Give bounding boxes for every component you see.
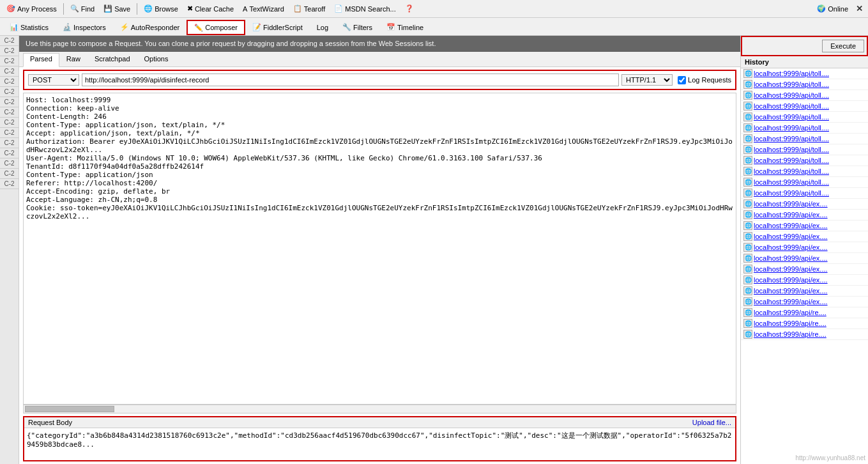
sub-tab-raw[interactable]: Raw	[59, 53, 88, 66]
sub-tab-scratchpad[interactable]: Scratchpad	[88, 53, 137, 66]
history-item[interactable]: 🌐localhost:9999/api/toll....	[741, 123, 868, 134]
request-body-section: Request Body Upload file... {"categoryId…	[23, 416, 736, 461]
history-list[interactable]: 🌐localhost:9999/api/toll....🌐localhost:9…	[741, 68, 868, 464]
tab-autoresponder[interactable]: ⚡ AutoResponder	[113, 20, 187, 35]
history-item[interactable]: 🌐localhost:9999/api/ex....	[741, 242, 868, 253]
history-item[interactable]: 🌐localhost:9999/api/toll....	[741, 155, 868, 166]
sidebar-item-14[interactable]: C-2	[0, 169, 19, 179]
execute-button[interactable]: Execute	[822, 40, 864, 52]
url-bar: POST GET PUT DELETE HTTP/1.1 HTTP/2 Log …	[23, 70, 736, 90]
sidebar-item-9[interactable]: C-2	[0, 118, 19, 128]
sidebar-item-6[interactable]: C-2	[0, 87, 19, 97]
sidebar-item-7[interactable]: C-2	[0, 97, 19, 107]
statistics-icon: 📊	[10, 23, 19, 31]
upload-file-link[interactable]: Upload file...	[692, 419, 731, 426]
history-item[interactable]: 🌐localhost:9999/api/toll....	[741, 144, 868, 155]
history-section: History 🌐localhost:9999/api/toll....🌐loc…	[741, 56, 868, 464]
tearoff-button[interactable]: 📋 Tearoff	[289, 3, 329, 14]
sidebar-item-15[interactable]: C-2	[0, 179, 19, 189]
history-item-url: localhost:9999/api/toll....	[754, 91, 829, 99]
browse-button[interactable]: 🌐 Browse	[140, 3, 182, 14]
tab-statistics[interactable]: 📊 Statistics	[3, 20, 56, 35]
sub-tab-options[interactable]: Options	[137, 53, 176, 66]
composer-icon: ✏️	[194, 24, 203, 32]
log-requests-checkbox[interactable]	[678, 76, 686, 84]
sidebar-item-10[interactable]: C-2	[0, 128, 19, 138]
url-input[interactable]	[82, 73, 619, 86]
sidebar-item-8[interactable]: C-2	[0, 107, 19, 118]
save-button[interactable]: 💾 Save	[100, 3, 134, 14]
headers-textarea[interactable]: Host: localhost:9999 Connection: keep-al…	[23, 93, 736, 405]
tab-log[interactable]: Log	[310, 20, 335, 35]
tab-fiddlerscript[interactable]: 📝 FiddlerScript	[245, 20, 310, 35]
history-item[interactable]: 🌐localhost:9999/api/ex....	[741, 253, 868, 264]
history-item-icon: 🌐	[743, 167, 752, 176]
history-item[interactable]: 🌐localhost:9999/api/toll....	[741, 177, 868, 188]
history-item[interactable]: 🌐localhost:9999/api/ex....	[741, 286, 868, 297]
history-item-url: localhost:9999/api/toll....	[754, 146, 829, 153]
sidebar-item-3[interactable]: C-2	[0, 56, 19, 66]
history-item-url: localhost:9999/api/toll....	[754, 102, 829, 110]
history-item[interactable]: 🌐localhost:9999/api/ex....	[741, 199, 868, 210]
headers-hscrollbar[interactable]	[23, 405, 736, 414]
sidebar-item-2[interactable]: C-2	[0, 46, 19, 56]
sidebar-item-5[interactable]: C-2	[0, 77, 19, 87]
history-item[interactable]: 🌐localhost:9999/api/ex....	[741, 210, 868, 220]
sidebar-item-12[interactable]: C-2	[0, 148, 19, 159]
request-body-header: Request Body Upload file...	[24, 417, 735, 428]
history-item-icon: 🌐	[743, 80, 752, 89]
history-item-icon: 🌐	[743, 189, 752, 197]
history-item[interactable]: 🌐localhost:9999/api/ex....	[741, 297, 868, 307]
history-item-icon: 🌐	[743, 308, 752, 317]
tab-inspectors[interactable]: 🔬 Inspectors	[56, 20, 113, 35]
help-button[interactable]: ❓	[401, 3, 418, 14]
history-item[interactable]: 🌐localhost:9999/api/re....	[741, 329, 868, 340]
tab-composer[interactable]: ✏️ Composer	[187, 20, 245, 35]
sidebar-item-1[interactable]: C-2	[0, 36, 19, 46]
history-item[interactable]: 🌐localhost:9999/api/re....	[741, 318, 868, 329]
history-item[interactable]: 🌐localhost:9999/api/ex....	[741, 275, 868, 286]
history-item-url: localhost:9999/api/re....	[754, 309, 826, 316]
hscroll-thumb[interactable]	[25, 406, 114, 412]
clear-cache-button[interactable]: ✖ Clear Cache	[183, 3, 238, 14]
history-item-url: localhost:9999/api/re....	[754, 330, 826, 338]
history-item[interactable]: 🌐localhost:9999/api/toll....	[741, 166, 868, 177]
autoresponder-icon: ⚡	[120, 23, 129, 31]
any-process-button[interactable]: 🎯 Any Process	[3, 3, 61, 14]
help-icon: ❓	[405, 4, 414, 13]
history-item-icon: 🌐	[743, 91, 752, 100]
tab-timeline[interactable]: 📅 Timeline	[379, 20, 430, 35]
sidebar-item-4[interactable]: C-2	[0, 66, 19, 77]
history-item[interactable]: 🌐localhost:9999/api/toll....	[741, 68, 868, 79]
history-item[interactable]: 🌐localhost:9999/api/toll....	[741, 90, 868, 101]
tab-filters[interactable]: 🔧 Filters	[335, 20, 379, 35]
inspectors-icon: 🔬	[63, 23, 72, 31]
sep-1	[63, 3, 64, 15]
close-button[interactable]: ✕	[853, 3, 865, 15]
protocol-select[interactable]: HTTP/1.1 HTTP/2	[621, 74, 673, 86]
history-item[interactable]: 🌐localhost:9999/api/toll....	[741, 134, 868, 144]
msdn-search-button[interactable]: 📄 MSDN Search...	[330, 3, 399, 14]
history-item[interactable]: 🌐localhost:9999/api/ex....	[741, 231, 868, 242]
history-item-icon: 🌐	[743, 156, 752, 165]
history-item-url: localhost:9999/api/toll....	[754, 113, 829, 121]
online-button[interactable]: 🌍 Online	[813, 3, 852, 14]
history-item[interactable]: 🌐localhost:9999/api/re....	[741, 307, 868, 318]
right-panel: Execute History 🌐localhost:9999/api/toll…	[740, 36, 868, 464]
history-item[interactable]: 🌐localhost:9999/api/toll....	[741, 79, 868, 90]
history-item-icon: 🌐	[743, 265, 752, 274]
sidebar-item-13[interactable]: C-2	[0, 159, 19, 169]
history-item[interactable]: 🌐localhost:9999/api/toll....	[741, 101, 868, 112]
request-body-textarea[interactable]: {"categoryId":"a3b6b848a4314d2381518760c…	[24, 428, 735, 460]
history-item[interactable]: 🌐localhost:9999/api/toll....	[741, 188, 868, 199]
text-wizard-button[interactable]: A TextWizard	[239, 4, 288, 14]
history-item[interactable]: 🌐localhost:9999/api/ex....	[741, 220, 868, 231]
history-item[interactable]: 🌐localhost:9999/api/toll....	[741, 112, 868, 123]
sidebar-item-11[interactable]: C-2	[0, 138, 19, 148]
history-item[interactable]: 🌐localhost:9999/api/ex....	[741, 264, 868, 275]
method-select[interactable]: POST GET PUT DELETE	[28, 74, 79, 86]
find-button[interactable]: 🔍 Find	[66, 3, 98, 14]
history-item-icon: 🌐	[743, 330, 752, 339]
history-item-icon: 🌐	[743, 69, 752, 78]
sub-tab-parsed[interactable]: Parsed	[23, 53, 59, 67]
